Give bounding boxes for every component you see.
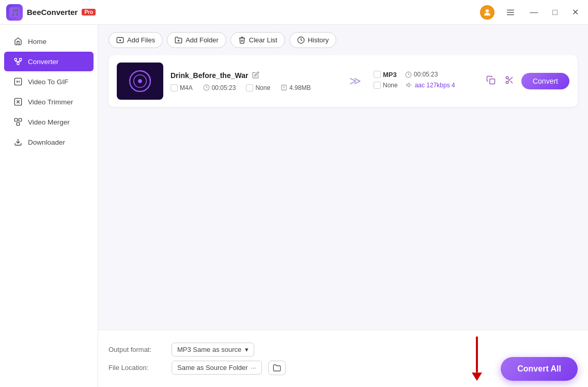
format-select-text: MP3 Same as source (177, 346, 242, 353)
svg-marker-31 (407, 83, 409, 87)
subtitle-checkbox[interactable] (246, 84, 253, 91)
svg-point-33 (506, 76, 508, 79)
downloader-icon (13, 137, 23, 147)
sidebar-item-merger-label: Video Merger (28, 118, 70, 126)
sidebar-item-video-trimmer[interactable]: Video Trimmer (4, 92, 94, 112)
app-name: BeeConverter (27, 8, 78, 17)
output-audio-value: aac 127kbps 4 (415, 82, 455, 89)
file-location-row: File Location: Same as Source Folder ··· (109, 361, 286, 375)
svg-rect-14 (19, 118, 21, 121)
svg-rect-8 (17, 63, 19, 65)
output-format-label: MP3 (383, 71, 397, 79)
output-subtitle: None (374, 82, 398, 89)
svg-line-37 (508, 79, 509, 80)
close-button[interactable]: ✕ (569, 5, 582, 19)
open-folder-button[interactable] (268, 361, 286, 375)
sidebar-item-converter-label: Converter (28, 58, 58, 66)
source-duration-value: 00:05:23 (212, 84, 236, 91)
sidebar-item-trimmer-label: Video Trimmer (28, 98, 73, 106)
convert-button[interactable]: Convert (521, 73, 569, 89)
sidebar-item-video-to-gif[interactable]: Video To GIF (4, 72, 94, 91)
output-format-select[interactable]: MP3 Same as source ▾ (172, 343, 254, 357)
output-format-row: Output format: MP3 Same as source ▾ (109, 343, 286, 357)
clear-list-button[interactable]: Clear List (230, 32, 285, 48)
content-area: Add Files Add Folder Clear List History (98, 25, 588, 387)
sidebar: Home Converter Video To GIF Video Trimme… (0, 25, 98, 387)
svg-rect-13 (14, 118, 17, 121)
audio-icon (406, 82, 413, 88)
history-label: History (308, 36, 329, 44)
file-meta-row: M4A 00:05:23 None 4.98MB (171, 84, 337, 91)
source-format: M4A (171, 84, 193, 91)
file-info: Drink_Before_the_War M4A 00:05:23 (171, 71, 337, 91)
svg-rect-32 (490, 79, 495, 84)
maximize-button[interactable]: □ (549, 6, 561, 19)
source-duration: 00:05:23 (203, 84, 236, 91)
file-location-label: File Location: (109, 364, 165, 371)
source-size-value: 4.98MB (289, 84, 311, 91)
svg-rect-15 (17, 122, 19, 125)
home-icon (13, 37, 23, 46)
output-audio: aac 127kbps 4 (406, 82, 455, 89)
card-cut-button[interactable] (503, 73, 516, 89)
sidebar-item-home[interactable]: Home (4, 32, 94, 51)
svg-line-36 (510, 81, 513, 83)
app-logo: 🎵 (6, 4, 23, 21)
sidebar-item-downloader[interactable]: Downloader (4, 132, 94, 152)
output-duration: 00:05:23 (405, 71, 438, 78)
window-controls: — □ ✕ (480, 5, 582, 20)
svg-rect-7 (20, 58, 22, 60)
output-row1: MP3 00:05:23 (374, 71, 477, 79)
gif-icon (13, 77, 23, 86)
edit-icon[interactable] (252, 71, 259, 80)
output-format-checkbox[interactable] (374, 71, 381, 78)
add-folder-button[interactable]: Add Folder (167, 32, 226, 48)
svg-point-25 (138, 79, 142, 83)
bottom-right: Convert All (472, 336, 578, 381)
file-card: Drink_Before_the_War M4A 00:05:23 (109, 55, 578, 107)
output-subtitle-checkbox[interactable] (374, 82, 381, 89)
svg-point-34 (506, 81, 508, 84)
clear-list-label: Clear List (249, 36, 277, 44)
source-subtitle: None (246, 84, 270, 91)
location-select-text: Same as Source Folder (177, 364, 248, 371)
main-layout: Home Converter Video To GIF Video Trimme… (0, 25, 588, 387)
add-folder-label: Add Folder (185, 36, 219, 44)
output-subtitle-label: None (383, 82, 398, 89)
card-actions: Convert (484, 73, 569, 89)
source-subtitle-label: None (255, 84, 270, 91)
titlebar: 🎵 BeeConverter Pro — □ ✕ (0, 0, 588, 25)
add-files-icon (116, 36, 124, 44)
chevron-down-icon: ▾ (245, 346, 249, 353)
file-title: Drink_Before_the_War (171, 71, 248, 80)
output-format-label: Output format: (109, 346, 165, 353)
file-size-icon (281, 84, 287, 91)
format-checkbox[interactable] (171, 84, 178, 91)
card-copy-button[interactable] (484, 73, 498, 89)
sidebar-item-converter[interactable]: Converter (4, 52, 94, 71)
file-location-select[interactable]: Same as Source Folder ··· (172, 361, 262, 375)
add-files-label: Add Files (127, 36, 155, 44)
bottom-left: Output format: MP3 Same as source ▾ File… (109, 343, 286, 375)
pro-badge: Pro (82, 9, 96, 16)
output-row2: None aac 127kbps 4 (374, 82, 477, 89)
red-arrow-line (476, 336, 478, 373)
file-title-row: Drink_Before_the_War (171, 71, 337, 80)
convert-all-button[interactable]: Convert All (501, 357, 578, 381)
more-options-icon: ··· (251, 364, 256, 371)
minimize-button[interactable]: — (527, 6, 541, 19)
user-avatar[interactable] (480, 5, 494, 20)
sidebar-item-downloader-label: Downloader (28, 138, 65, 146)
output-format: MP3 (374, 71, 397, 79)
source-format-label: M4A (180, 84, 193, 91)
svg-text:🎵: 🎵 (11, 8, 20, 17)
history-button[interactable]: History (289, 32, 336, 48)
add-files-button[interactable]: Add Files (109, 32, 163, 48)
red-arrow-annotation (472, 336, 482, 381)
convert-arrow: ≫ (344, 74, 366, 88)
menu-button[interactable] (503, 6, 518, 19)
sidebar-item-video-merger[interactable]: Video Merger (4, 112, 94, 132)
converter-icon (13, 57, 23, 66)
output-info: MP3 00:05:23 None (374, 71, 477, 92)
double-arrow-icon: ≫ (349, 74, 361, 88)
